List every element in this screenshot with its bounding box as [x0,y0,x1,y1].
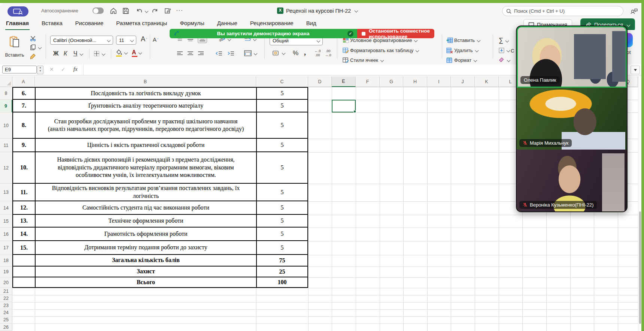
row-header-18[interactable]: 18 [0,255,12,267]
table-row-12[interactable]: 10.Наявність дієвих пропозицій і рекомен… [12,152,308,184]
font-color-icon[interactable]: А [132,49,142,56]
column-header-E[interactable]: E [332,76,356,87]
more-commands-icon[interactable]: ··· [176,7,183,15]
row-header-25[interactable]: 25 [0,316,12,324]
enter-icon[interactable]: ✓ [61,66,66,72]
increase-indent-icon[interactable] [228,51,234,56]
video-tile-1[interactable]: Олена Павлик [517,26,627,88]
table-row-18[interactable]: Загальна кількість балів75 [12,255,308,267]
row-header-10[interactable]: 10 [0,112,12,139]
decrease-decimal-icon[interactable]: .00→.0 [325,49,331,57]
row-header-11[interactable]: 11 [0,139,12,152]
scrollbar-thumb[interactable] [639,211,641,324]
column-header-K[interactable]: K [475,76,499,87]
format-as-table-item[interactable]: Форматировать как таблицу [343,48,419,53]
video-tile-3[interactable]: Вероніка Кузьменко(ПНІ-22) [517,150,627,211]
increase-font-icon[interactable]: Aˆ [141,35,147,43]
column-header-C[interactable]: C [256,76,308,87]
save-icon[interactable] [122,7,130,15]
criterion-text-cell[interactable]: Наявність дієвих пропозицій і рекомендац… [35,152,256,183]
table-row-8[interactable]: 6.Послідовність та логічність викладу ду… [12,87,308,100]
italic-button[interactable]: К [64,50,67,57]
column-header-H[interactable]: H [403,76,427,87]
criterion-score-cell[interactable]: 5 [256,152,308,183]
underline-button[interactable]: Ч [73,50,83,57]
save-as-icon[interactable] [164,7,171,15]
column-header-I[interactable]: I [427,76,451,87]
row-header-19[interactable]: 19 [0,267,12,277]
stop-sharing-button[interactable]: Остановить совместное использование [357,29,434,38]
row-header-14[interactable]: 14 [0,201,12,215]
insert-cells-item[interactable]: Вставить [446,37,480,43]
row-header-22[interactable]: 22 [0,295,12,302]
align-right-icon[interactable] [198,51,204,56]
row-header-17[interactable]: 17 [0,241,12,255]
video-tile-2[interactable]: Марія Михальчук [517,88,627,150]
criterion-text-cell[interactable]: Всього [35,277,256,287]
document-title[interactable]: Рецензії на курсові ПН-22 [286,8,351,14]
increase-decimal-icon[interactable]: ←.0.00 [315,49,321,57]
percent-icon[interactable]: % [293,49,298,57]
criterion-number-cell[interactable]: 9. [12,139,35,151]
table-row-10[interactable]: 8.Стан розробки досліджуваної проблеми у… [12,112,308,139]
presence-pill-button[interactable] [7,6,28,16]
format-painter-icon[interactable] [30,53,36,59]
fill-color-icon[interactable] [116,49,127,55]
format-cells-item[interactable]: Формат [446,57,477,63]
fill-down-icon[interactable] [499,48,510,53]
column-header-D[interactable]: D [308,76,332,87]
row-header-21[interactable]: 21 [0,288,12,295]
video-participants-panel[interactable]: Олена ПавликМарія МихальчукВероніка Кузь… [516,25,628,212]
criterion-number-cell[interactable]: 12. [12,201,35,214]
column-header-F[interactable]: F [356,76,380,87]
undo-icon[interactable] [136,7,143,15]
cut-icon[interactable] [30,35,36,42]
criterion-score-cell[interactable]: 100 [256,277,308,287]
bold-button[interactable]: Ж [53,50,58,57]
criterion-score-cell[interactable]: 5 [256,228,308,240]
row-header-13[interactable]: 13 [0,184,12,201]
criterion-number-cell[interactable]: 14. [12,228,35,240]
criterion-text-cell[interactable]: Цінність і якість практичної складової р… [35,139,256,151]
table-row-14[interactable]: 12.Самостійність студента під час викона… [12,201,308,215]
criterion-number-cell[interactable] [12,267,35,277]
name-box-stepper[interactable]: ▲▼ [37,66,43,74]
tab-Главная[interactable]: Главная [5,18,30,30]
formula-bar-collapse-button[interactable] [631,66,640,74]
vertical-scrollbar[interactable] [638,76,641,331]
copy-icon[interactable] [30,44,41,51]
table-row-11[interactable]: 9.Цінність і якість практичної складової… [12,139,308,152]
align-left-icon[interactable] [177,51,183,56]
table-row-19[interactable]: Захист25 [12,267,308,277]
redo-icon[interactable] [151,7,159,15]
criterion-score-cell[interactable]: 5 [256,215,308,227]
criterion-score-cell[interactable]: 25 [256,267,308,277]
undo-dropdown-chevron[interactable] [145,9,149,13]
table-row-16[interactable]: 14.Грамотність оформлення роботи5 [12,228,308,241]
select-all-corner[interactable] [0,76,12,87]
table-row-17[interactable]: 15.Дотримання терміну подання роботи до … [12,241,308,255]
decrease-font-icon[interactable]: Aˇ [153,36,158,43]
autosave-toggle[interactable] [92,7,104,14]
row-header-15[interactable]: 15 [0,215,12,228]
table-row-20[interactable]: Всього100 [12,277,308,288]
criterion-score-cell[interactable]: 5 [256,139,308,151]
criterion-number-cell[interactable]: 7. [12,100,35,112]
share-presence-icon[interactable] [630,7,638,15]
font-size-combo[interactable]: 11 [116,36,136,45]
row-header-24[interactable]: 24 [0,309,12,316]
table-row-15[interactable]: 13.Технічне оформлення роботи5 [12,215,308,228]
criterion-score-cell[interactable]: 5 [256,100,308,112]
criterion-score-cell[interactable]: 5 [256,241,308,254]
criterion-text-cell[interactable]: Загальна кількість балів [35,255,256,266]
criterion-score-cell[interactable]: 5 [256,112,308,138]
column-header-B[interactable]: B [35,76,256,87]
criterion-number-cell[interactable]: 6. [12,88,35,99]
criterion-text-cell[interactable]: Захист [35,267,256,277]
criterion-number-cell[interactable]: 11. [12,184,35,201]
criterion-score-cell[interactable]: 5 [256,184,308,201]
table-row-13[interactable]: 11.Відповідність висновків результатам р… [12,184,308,201]
cell-styles-item[interactable]: Стили ячеек [343,57,383,63]
align-center-icon[interactable] [187,51,194,56]
criterion-text-cell[interactable]: Відповідність висновків результатам розв… [35,184,256,201]
